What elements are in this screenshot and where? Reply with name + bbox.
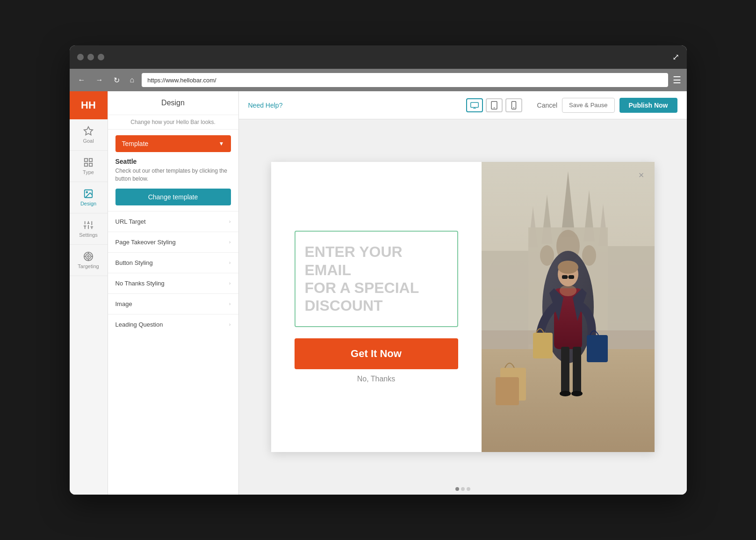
desktop-icon: [470, 102, 479, 109]
svg-point-40: [582, 245, 596, 266]
no-thanks-text[interactable]: No, Thanks: [357, 375, 396, 383]
template-dropdown-label: Template: [122, 140, 149, 147]
sidebar-label-targeting: Targeting: [78, 263, 99, 269]
get-it-now-button[interactable]: Get It Now: [295, 338, 458, 369]
url-target-label: URL Target: [115, 218, 146, 225]
cancel-button[interactable]: Cancel: [537, 98, 558, 113]
svg-rect-54: [562, 275, 568, 279]
accordion-page-takeover-styling[interactable]: Page Takeover Styling ›: [108, 232, 238, 252]
sidebar-item-targeting[interactable]: Targeting: [70, 245, 108, 276]
modal-left: ENTER YOUR EMAILFOR A SPECIALDISCOUNT Ge…: [271, 162, 482, 452]
traffic-lights: [77, 54, 104, 60]
template-name: Seattle: [115, 158, 231, 165]
sidebar-item-type[interactable]: Type: [70, 151, 108, 182]
image-icon: [83, 189, 94, 199]
svg-point-17: [86, 254, 91, 259]
panel-header: Design: [108, 91, 238, 115]
svg-rect-46: [496, 377, 519, 405]
main-content: Need Help?: [239, 91, 687, 495]
sidebar-label-goal: Goal: [83, 138, 94, 144]
change-template-button[interactable]: Change template: [115, 189, 231, 205]
scroll-indicator: [455, 487, 470, 491]
app-body: HH Goal Type: [70, 91, 687, 495]
template-section: Template ▼ Seattle Check out our other t…: [108, 130, 238, 211]
svg-rect-1: [85, 159, 87, 161]
svg-rect-23: [470, 102, 478, 108]
modal-overlay: × ENTER YOUR EMAILFOR A SPECIALDISCOUNT …: [271, 162, 655, 452]
browser-window: ⤢ ← → ↻ ⌂ https://www.hellobar.com/ ☰ HH…: [70, 45, 687, 495]
nav-bar: ← → ↻ ⌂ https://www.hellobar.com/ ☰: [70, 69, 687, 91]
mobile-device-button[interactable]: [505, 98, 522, 112]
svg-point-51: [560, 285, 576, 296]
chevron-right-icon: ›: [229, 301, 231, 306]
target-icon: [83, 251, 94, 262]
svg-rect-2: [89, 159, 92, 161]
chevron-right-icon: ›: [229, 239, 231, 245]
template-dropdown[interactable]: Template ▼: [115, 135, 231, 152]
sidebar-item-goal[interactable]: Goal: [70, 119, 108, 151]
star-icon: [83, 126, 94, 136]
chevron-down-icon: ▼: [219, 140, 224, 147]
svg-point-53: [558, 261, 578, 274]
device-buttons: [466, 98, 522, 112]
main-toolbar: Need Help?: [239, 91, 687, 119]
back-button[interactable]: ←: [75, 74, 88, 86]
leading-question-label: Leading Question: [115, 321, 163, 328]
chevron-right-icon: ›: [229, 280, 231, 286]
modal-right: [482, 162, 655, 452]
accordion-url-target[interactable]: URL Target ›: [108, 211, 238, 232]
mobile-icon: [511, 101, 517, 109]
scroll-dot-2: [461, 487, 465, 491]
svg-point-60: [571, 391, 583, 396]
svg-rect-57: [561, 347, 569, 394]
email-input-box[interactable]: ENTER YOUR EMAILFOR A SPECIALDISCOUNT: [295, 231, 458, 327]
traffic-light-close[interactable]: [77, 54, 84, 60]
sidebar-icons: HH Goal Type: [70, 91, 108, 495]
address-bar[interactable]: https://www.hellobar.com/: [142, 73, 668, 87]
fashion-background: [482, 162, 655, 452]
scroll-dot-3: [467, 487, 470, 491]
forward-button[interactable]: →: [93, 74, 106, 86]
chevron-right-icon: ›: [229, 260, 231, 265]
sidebar-label-settings: Settings: [79, 232, 98, 238]
scroll-dot-1: [455, 487, 459, 491]
publish-now-button[interactable]: Publish Now: [619, 98, 677, 113]
tablet-icon: [491, 101, 497, 109]
home-button[interactable]: ⌂: [127, 74, 137, 86]
svg-marker-0: [84, 127, 93, 135]
logo-icon: HH: [81, 99, 96, 111]
chevron-right-icon: ›: [229, 321, 231, 327]
sliders-icon: [83, 220, 94, 230]
browser-menu-button[interactable]: ☰: [673, 74, 681, 86]
page-takeover-label: Page Takeover Styling: [115, 239, 176, 246]
accordion-no-thanks-styling[interactable]: No Thanks Styling ›: [108, 273, 238, 293]
svg-point-39: [540, 245, 554, 266]
sidebar-label-design: Design: [80, 201, 96, 206]
svg-rect-4: [89, 163, 92, 166]
accordion-leading-question[interactable]: Leading Question ›: [108, 314, 238, 335]
desktop-device-button[interactable]: [466, 98, 483, 112]
traffic-light-maximize[interactable]: [98, 54, 104, 60]
expand-icon[interactable]: ⤢: [672, 52, 679, 62]
modal-close-button[interactable]: ×: [635, 168, 648, 182]
design-panel: Design Change how your Hello Bar looks. …: [108, 91, 239, 495]
preview-area: × ENTER YOUR EMAILFOR A SPECIALDISCOUNT …: [239, 119, 687, 495]
accordion-button-styling[interactable]: Button Styling ›: [108, 252, 238, 273]
need-help-link[interactable]: Need Help?: [248, 102, 283, 109]
url-text: https://www.hellobar.com/: [147, 77, 216, 84]
traffic-light-minimize[interactable]: [87, 54, 94, 60]
refresh-button[interactable]: ↻: [111, 74, 122, 87]
panel-subtitle: Change how your Hello Bar looks.: [108, 115, 238, 130]
svg-rect-62: [533, 333, 553, 358]
sidebar-item-design[interactable]: Design: [70, 182, 108, 213]
svg-point-59: [560, 391, 571, 396]
tablet-device-button[interactable]: [486, 98, 503, 112]
close-icon: ×: [639, 170, 644, 181]
accordion-image[interactable]: Image ›: [108, 293, 238, 314]
chevron-right-icon: ›: [229, 219, 231, 224]
sidebar-item-settings[interactable]: Settings: [70, 213, 108, 245]
title-bar: ⤢: [70, 45, 687, 69]
svg-point-18: [87, 255, 89, 257]
image-label: Image: [115, 300, 132, 307]
save-pause-button[interactable]: Save & Pause: [562, 98, 614, 113]
